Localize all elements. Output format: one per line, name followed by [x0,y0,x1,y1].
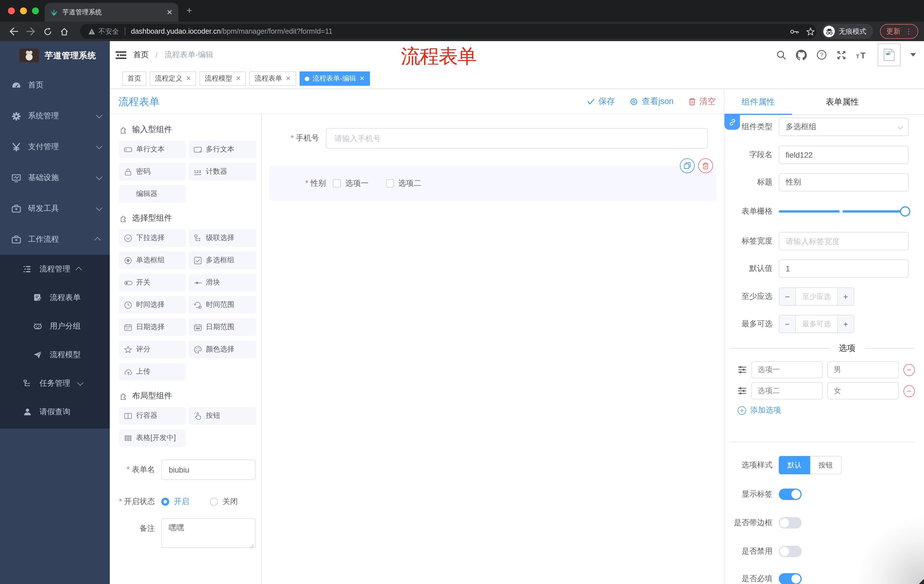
tab-form-props[interactable]: 表单属性 [808,89,876,114]
lib-item-slider[interactable]: 滑块 [189,274,256,291]
border-toggle[interactable] [779,517,802,528]
lib-item-upload[interactable]: 上传 [119,363,186,380]
disabled-toggle[interactable] [779,546,802,557]
component-type-select[interactable]: 多选框组 [779,118,909,136]
sidebar-item-workflow[interactable]: 工作流程 [0,224,110,255]
tag-close-icon[interactable]: ✕ [186,75,191,82]
address-bar[interactable]: 不安全 dashboard.yudao.iocoder.cn /bpm/mana… [80,24,817,39]
increase-button[interactable]: + [838,316,854,332]
lib-item-row-container[interactable]: 行容器 [119,407,186,424]
avatar-dropdown-icon[interactable] [910,53,916,57]
show-label-toggle[interactable] [779,489,802,500]
sidebar-item-user-group[interactable]: 用户分组 [0,312,110,341]
default-value-input[interactable] [779,260,909,278]
reload-icon[interactable] [43,27,52,36]
duplicate-component-button[interactable] [680,158,695,173]
tag-close-icon[interactable]: ✕ [285,75,291,82]
lib-item-color-picker[interactable]: 颜色选择 [189,341,256,358]
increase-button[interactable]: + [838,288,854,305]
gender-option-2[interactable]: 选项二 [386,178,421,189]
radio-off[interactable] [210,498,218,506]
view-json-button[interactable]: 查看json [630,96,673,107]
lib-item-radio-group[interactable]: 单选框组 [119,252,186,269]
new-tab-button[interactable]: + [186,6,192,15]
app-logo[interactable]: 芋道管理系统 [0,41,110,70]
tag-process-definition[interactable]: 流程定义✕ [150,71,196,86]
radio-on[interactable] [161,498,169,506]
sidebar-item-system[interactable]: 系统管理 [0,100,110,132]
tag-process-form[interactable]: 流程表单✕ [249,71,296,86]
sidebar-item-task-manage[interactable]: 任务管理 [0,369,110,398]
min-select-input[interactable] [795,288,838,305]
tab-component-props[interactable]: 组件属性 [724,89,792,114]
lib-item-textarea[interactable]: 多行文本 [189,141,256,158]
checkbox-icon[interactable] [333,179,341,188]
lib-item-time-range[interactable]: 时间范围 [189,296,256,314]
sidebar-item-devtools[interactable]: 研发工具 [0,193,110,224]
lib-item-time-picker[interactable]: 时间选择 [119,296,186,314]
lib-item-checkbox-group[interactable]: 多选框组 [189,252,256,269]
fullscreen-icon[interactable] [837,50,846,60]
sidebar-item-leave-query[interactable]: 请假查询 [0,398,110,426]
sidebar-collapse-icon[interactable] [116,51,126,59]
form-name-input[interactable] [161,459,256,480]
clear-button[interactable]: 清空 [688,96,716,107]
slider-handle[interactable] [900,206,910,217]
phone-input[interactable] [326,128,708,148]
lib-item-switch[interactable]: 开关 [119,274,186,291]
tag-close-icon[interactable]: ✕ [236,75,241,82]
sidebar-item-home[interactable]: 首页 [0,70,110,100]
font-size-icon[interactable]: TT [856,50,868,59]
tab-close-icon[interactable]: ✕ [167,8,173,16]
lib-item-counter[interactable]: 123 计数器 [189,163,256,181]
style-default-button[interactable]: 默认 [779,456,810,474]
lib-item-table[interactable]: 表格[开发中] [119,429,186,447]
minimize-window-button[interactable] [20,7,27,14]
required-toggle[interactable] [779,573,802,584]
delete-component-button[interactable] [698,158,713,173]
lib-item-rate[interactable]: 评分 [119,341,186,358]
zoom-window-button[interactable] [32,7,39,14]
remark-textarea[interactable]: 嘿嘿 [161,518,256,548]
browser-update-button[interactable]: 更新 ⋮ [880,24,918,39]
breadcrumb-home[interactable]: 首页 [133,50,148,60]
remove-option-button[interactable]: − [903,364,915,376]
security-label[interactable]: 不安全 [98,26,119,36]
option-value-input[interactable] [827,361,899,378]
close-window-button[interactable] [8,7,15,14]
github-icon[interactable] [796,49,807,60]
sidebar-item-process-model[interactable]: 流程模型 [0,341,110,369]
back-icon[interactable] [9,28,18,35]
lib-item-date-picker[interactable]: 日期选择 [119,318,186,336]
sidebar-item-payment[interactable]: 支付管理 [0,132,110,162]
canvas-field-phone[interactable]: 手机号 [262,128,724,148]
lib-item-password[interactable]: 密码 [119,163,186,181]
home-icon[interactable] [60,27,69,36]
max-select-input[interactable] [795,316,838,332]
search-icon[interactable] [777,50,786,60]
forward-icon[interactable] [26,28,35,35]
option-label-input[interactable] [751,361,823,378]
add-option-button[interactable]: + 添加选项 [738,405,781,415]
lib-item-single-text[interactable]: 单行文本 [119,141,186,158]
lib-item-select[interactable]: 下拉选择 [119,229,186,247]
sidebar-item-infra[interactable]: 基础设施 [0,162,110,193]
lib-item-button[interactable]: 按钮 [189,407,256,424]
tag-close-icon[interactable]: ✕ [360,75,365,82]
decrease-button[interactable]: − [779,316,795,332]
tag-process-form-edit[interactable]: 流程表单-编辑✕ [299,71,370,86]
drag-handle-icon[interactable] [738,365,747,374]
save-button[interactable]: 保存 [587,96,615,107]
option-value-input[interactable] [827,382,899,400]
bookmark-star-icon[interactable] [806,28,815,35]
field-name-input[interactable] [779,146,909,164]
title-input[interactable] [779,173,909,191]
option-label-input[interactable] [751,382,823,400]
remove-option-button[interactable]: − [903,385,915,397]
decrease-button[interactable]: − [779,288,795,305]
browser-menu-icon[interactable]: ⋮ [905,28,912,35]
form-canvas[interactable]: 手机号 性别 选项一 选项二 [262,114,724,584]
label-width-input[interactable] [779,232,909,250]
sidebar-item-process-form[interactable]: 流程表单 [0,283,110,312]
canvas-field-gender-selected[interactable]: 性别 选项一 选项二 [269,166,716,201]
